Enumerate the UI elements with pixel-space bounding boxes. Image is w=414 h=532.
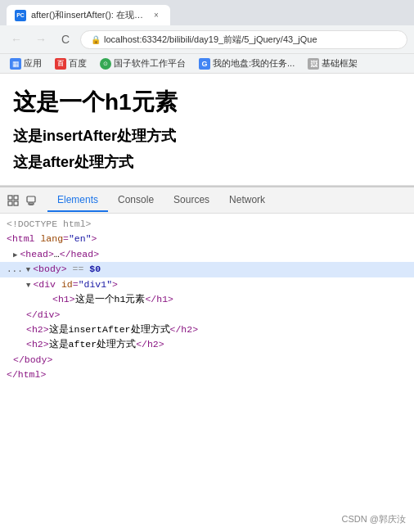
bookmarks-bar: ▦ 应用 百 百度 ⊙ 国子软件工作平台 G 我的地盘:我的任务... 🖼 基础… [0, 53, 414, 73]
bookmark-baidu-label: 百度 [69, 57, 87, 70]
svg-rect-3 [14, 201, 18, 205]
browser-tab[interactable]: PC after()和insertAfter(): 在现存元... × [7, 5, 170, 25]
address-bar: ← → C 🔒 localhost:63342/bilibili/day19_前… [0, 25, 414, 53]
tab-elements[interactable]: Elements [47, 189, 108, 212]
baidu-icon: 百 [55, 58, 66, 70]
code-line-body-close: </body> [0, 353, 414, 367]
code-line-div[interactable]: ▼<div id="div1"> [0, 277, 414, 292]
code-line-h2b: <h2>这是after处理方式</h2> [0, 337, 414, 352]
bookmark-guozi-label: 国子软件工作平台 [114, 57, 186, 70]
bookmark-google-label: 我的地盘:我的任务... [213, 57, 295, 70]
page-content: 这是一个h1元素 这是insertAfter处理方式 这是after处理方式 [0, 74, 414, 186]
code-line-div-close: </div> [0, 308, 414, 322]
collapse-triangle: ▶ [13, 250, 17, 261]
url-text: localhost:63342/bilibili/day19_前端/5_jQue… [104, 34, 317, 46]
code-line-head[interactable]: ▶<head>…</head> [0, 247, 414, 262]
devtools-toolbar: Elements Console Sources Network [0, 187, 414, 214]
svg-rect-4 [27, 196, 35, 202]
url-bar[interactable]: 🔒 localhost:63342/bilibili/day19_前端/5_jQ… [80, 30, 407, 49]
tab-network[interactable]: Network [219, 189, 275, 212]
forward-button[interactable]: → [31, 29, 51, 49]
tab-close-button[interactable]: × [151, 10, 162, 21]
lock-icon: 🔒 [91, 35, 101, 44]
expand-triangle: ▼ [26, 264, 30, 276]
refresh-button[interactable]: C [56, 29, 75, 49]
tab-console[interactable]: Console [108, 189, 164, 212]
code-line-doctype: <!DOCTYPE html> [0, 217, 414, 232]
back-button[interactable]: ← [7, 29, 26, 49]
tab-bar: PC after()和insertAfter(): 在现存元... × [0, 0, 414, 25]
code-line-h2a: <h2>这是insertAfter处理方式</h2> [0, 322, 414, 337]
watermark: CSDN @郭庆汝 [342, 513, 406, 525]
code-line-html: <html lang="en"> [0, 232, 414, 246]
bookmark-google[interactable]: G 我的地盘:我的任务... [196, 56, 298, 70]
code-line-h1: <h1>这是一个h1元素</h1> [0, 292, 414, 307]
devtools-icons [7, 194, 38, 207]
bookmark-jichu[interactable]: 🖼 基础框架 [304, 56, 361, 70]
tab-favicon: PC [15, 10, 26, 21]
devtools-tabs: Elements Console Sources Network [47, 189, 407, 212]
tab-sources[interactable]: Sources [164, 189, 219, 212]
bookmark-baidu[interactable]: 百 百度 [52, 56, 90, 70]
bookmark-apps-label: 应用 [24, 57, 42, 70]
page-heading2a: 这是insertAfter处理方式 [13, 126, 401, 146]
tab-title: after()和insertAfter(): 在现存元... [31, 9, 146, 21]
bookmark-apps[interactable]: ▦ 应用 [7, 56, 45, 70]
svg-rect-0 [8, 196, 12, 200]
bookmark-guozi[interactable]: ⊙ 国子软件工作平台 [97, 56, 189, 70]
jichu-icon: 🖼 [308, 58, 319, 70]
code-line-html-close: </html> [0, 367, 414, 382]
guozi-icon: ⊙ [100, 58, 111, 70]
code-line-body[interactable]: ... ▼<body> == $0 [0, 262, 414, 277]
div-triangle: ▼ [26, 280, 30, 291]
bookmark-jichu-label: 基础框架 [322, 57, 358, 70]
google-icon: G [199, 58, 210, 70]
page-heading2b: 这是after处理方式 [13, 152, 401, 172]
devtools-code-panel: <!DOCTYPE html> <html lang="en"> ▶<head>… [0, 214, 414, 386]
svg-rect-1 [8, 201, 12, 205]
browser-chrome: PC after()和insertAfter(): 在现存元... × ← → … [0, 0, 414, 74]
inspect-icon[interactable] [7, 194, 20, 207]
svg-rect-2 [14, 196, 18, 200]
devtools-panel: Elements Console Sources Network <!DOCTY… [0, 186, 414, 386]
page-heading1: 这是一个h1元素 [13, 87, 401, 118]
device-icon[interactable] [25, 194, 38, 207]
apps-icon: ▦ [10, 58, 21, 70]
